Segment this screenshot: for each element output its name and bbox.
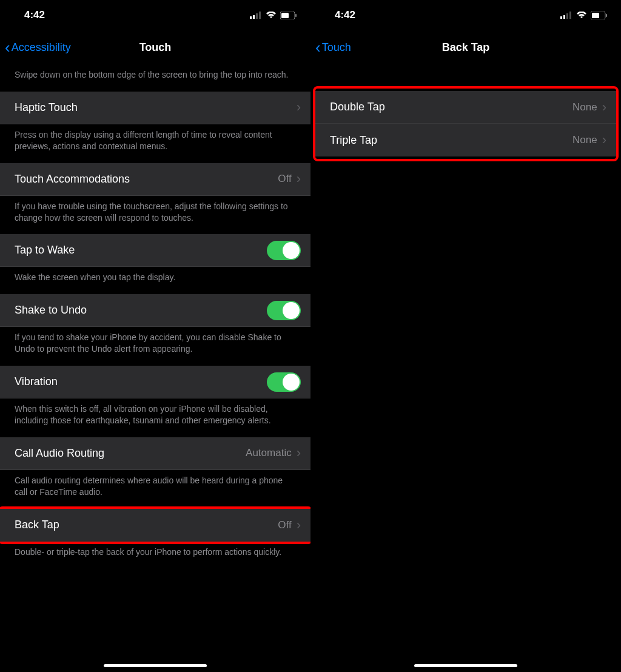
- page-title: Touch: [139, 41, 172, 54]
- row-haptic-touch[interactable]: Haptic Touch ›: [0, 92, 310, 124]
- svg-rect-1: [253, 15, 255, 19]
- vibration-footer: When this switch is off, all vibration o…: [0, 398, 310, 437]
- touch-accommodations-group: Touch Accommodations Off › If you have t…: [0, 163, 310, 235]
- svg-rect-13: [606, 14, 607, 17]
- row-value: Off: [278, 173, 291, 185]
- toggle-on-icon[interactable]: [267, 241, 301, 260]
- wifi-icon: [576, 12, 587, 19]
- row-label: Call Audio Routing: [15, 447, 104, 460]
- chevron-left-icon: ‹: [315, 39, 321, 55]
- settings-content[interactable]: Double Tap None › Triple Tap None ›: [310, 64, 621, 161]
- row-label: Vibration: [15, 375, 58, 388]
- back-label: Accessibility: [12, 41, 71, 54]
- svg-rect-3: [259, 12, 261, 19]
- row-label: Shake to Undo: [15, 304, 87, 317]
- svg-rect-12: [592, 13, 599, 18]
- tap-to-wake-footer: Wake the screen when you tap the display…: [0, 267, 310, 294]
- chevron-right-icon: ›: [297, 99, 301, 115]
- vibration-group: Vibration When this switch is off, all v…: [0, 366, 310, 437]
- row-label: Tap to Wake: [15, 244, 75, 257]
- back-tap-footer: Double- or triple-tap the back of your i…: [0, 542, 310, 569]
- row-value: None: [572, 134, 597, 146]
- svg-rect-5: [281, 13, 289, 18]
- battery-icon: [591, 12, 608, 19]
- right-phone-back-tap-settings: 4:42 ‹ Touch Back Tap Double Tap: [310, 0, 621, 672]
- nav-bar: ‹ Touch Back Tap: [310, 30, 621, 64]
- svg-rect-6: [295, 14, 297, 17]
- svg-rect-2: [256, 13, 258, 19]
- chevron-right-icon: ›: [297, 171, 301, 187]
- signal-icon: [250, 12, 262, 19]
- svg-rect-9: [566, 13, 568, 19]
- page-title: Back Tap: [442, 41, 490, 54]
- highlight-annotation: Back Tap Off ›: [0, 506, 310, 544]
- status-bar: 4:42: [0, 0, 310, 30]
- settings-content[interactable]: Swipe down on the bottom edge of the scr…: [0, 64, 310, 670]
- svg-rect-8: [563, 15, 565, 19]
- row-label: Touch Accommodations: [15, 173, 130, 186]
- nav-bar: ‹ Accessibility Touch: [0, 30, 310, 64]
- back-tap-group: Back Tap Off › Double- or triple-tap the…: [0, 506, 310, 569]
- status-time: 4:42: [335, 9, 355, 21]
- chevron-right-icon: ›: [602, 99, 606, 115]
- reachability-footer: Swipe down on the bottom edge of the scr…: [0, 64, 310, 92]
- status-icons: [560, 12, 608, 19]
- back-button[interactable]: ‹ Touch: [315, 39, 351, 55]
- shake-to-undo-group: Shake to Undo If you tend to shake your …: [0, 294, 310, 366]
- haptic-touch-footer: Press on the display using a different l…: [0, 124, 310, 163]
- svg-rect-10: [569, 12, 571, 19]
- row-call-audio-routing[interactable]: Call Audio Routing Automatic ›: [0, 437, 310, 470]
- row-value: Automatic: [246, 447, 292, 459]
- chevron-left-icon: ‹: [5, 39, 10, 55]
- home-indicator[interactable]: [414, 664, 517, 667]
- back-button[interactable]: ‹ Accessibility: [5, 39, 71, 55]
- back-label: Touch: [322, 41, 351, 54]
- row-label: Double Tap: [330, 101, 385, 113]
- touch-accommodations-footer: If you have trouble using the touchscree…: [0, 196, 310, 235]
- shake-to-undo-footer: If you tend to shake your iPhone by acci…: [0, 327, 310, 366]
- tap-to-wake-group: Tap to Wake Wake the screen when you tap…: [0, 234, 310, 294]
- svg-rect-7: [560, 16, 562, 19]
- toggle-on-icon[interactable]: [267, 301, 301, 320]
- chevron-right-icon: ›: [602, 132, 606, 148]
- row-back-tap[interactable]: Back Tap Off ›: [0, 509, 310, 542]
- row-double-tap[interactable]: Double Tap None ›: [315, 91, 616, 124]
- signal-icon: [560, 12, 572, 19]
- chevron-right-icon: ›: [297, 517, 301, 533]
- wifi-icon: [266, 12, 277, 19]
- call-audio-footer: Call audio routing determines where audi…: [0, 470, 310, 509]
- row-value: None: [572, 101, 597, 113]
- row-label: Haptic Touch: [15, 101, 78, 114]
- row-vibration[interactable]: Vibration: [0, 366, 310, 398]
- row-shake-to-undo[interactable]: Shake to Undo: [0, 294, 310, 327]
- row-triple-tap[interactable]: Triple Tap None ›: [315, 124, 616, 156]
- status-time: 4:42: [24, 9, 45, 21]
- row-label: Back Tap: [15, 519, 59, 531]
- chevron-right-icon: ›: [297, 445, 301, 461]
- toggle-on-icon[interactable]: [267, 372, 301, 392]
- battery-icon: [280, 12, 297, 19]
- row-touch-accommodations[interactable]: Touch Accommodations Off ›: [0, 163, 310, 196]
- haptic-touch-group: Haptic Touch › Press on the display usin…: [0, 92, 310, 163]
- row-value: Off: [278, 519, 291, 531]
- home-indicator[interactable]: [104, 664, 207, 667]
- status-bar: 4:42: [310, 0, 621, 30]
- row-tap-to-wake[interactable]: Tap to Wake: [0, 234, 310, 267]
- left-phone-touch-settings: 4:42 ‹ Accessibility Touch Swipe down on…: [0, 0, 310, 672]
- call-audio-group: Call Audio Routing Automatic › Call audi…: [0, 437, 310, 509]
- highlight-annotation: Double Tap None › Triple Tap None ›: [313, 86, 619, 161]
- svg-rect-0: [250, 16, 252, 19]
- status-icons: [250, 12, 297, 19]
- row-label: Triple Tap: [330, 134, 377, 147]
